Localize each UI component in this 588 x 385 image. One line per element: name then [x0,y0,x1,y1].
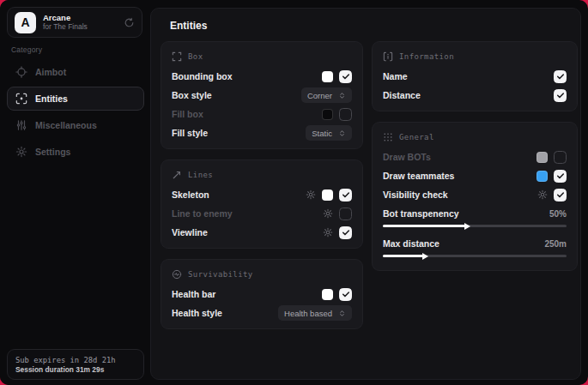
gear-icon [15,146,27,158]
card-general: General Draw BOTs Draw teammates [372,122,578,271]
color-swatch[interactable] [536,152,548,163]
card-title: Survivability [188,270,253,279]
sidebar-item-entities[interactable]: Entities [7,87,144,111]
left-column: Box Bounding box Box style Corner [161,41,363,329]
setting-label: Fill box [172,109,203,119]
slider-thumb[interactable] [422,253,428,260]
color-swatch[interactable] [322,289,333,300]
app-title: Arcane [43,14,117,23]
crosshair-icon [15,66,27,78]
sidebar-item-miscellaneous[interactable]: Miscellaneous [7,113,144,137]
sliders-icon [15,119,27,131]
sidebar-item-settings[interactable]: Settings [7,140,144,164]
setting-label: Draw teammates [383,171,454,181]
row-settings-gear-icon[interactable] [323,208,333,219]
row-draw-bots: Draw BOTs [383,147,567,166]
setting-label: Name [383,71,408,81]
color-swatch[interactable] [322,109,333,120]
color-swatch[interactable] [536,171,548,182]
app-window: A Arcane for The Finals Category Aimbot … [0,0,588,385]
select-value: Static [312,129,332,138]
grid-icon [383,132,393,142]
card-box: Box Bounding box Box style Corner [161,41,363,149]
updown-icon [338,129,346,137]
checkbox[interactable] [554,70,567,83]
row-settings-gear-icon[interactable] [306,189,316,200]
color-swatch[interactable] [322,189,333,201]
row-skeleton: Skeleton [172,185,352,204]
row-name: Name [383,67,567,86]
checkbox[interactable] [339,189,352,202]
card-box-header: Box [172,51,352,62]
main-panel: Entities Box Bounding box [150,8,581,380]
sidebar-item-label: Aimbot [35,67,66,77]
app-header-card: A Arcane for The Finals [7,7,142,38]
card-survivability-header: Survivability [172,269,352,280]
checkbox[interactable] [554,89,567,102]
check-icon [555,189,566,200]
row-max-distance: Max distance 250m [383,234,567,264]
checkbox[interactable] [339,108,352,121]
row-health-bar: Health bar [172,285,352,304]
check-icon [555,71,566,81]
checkbox[interactable] [554,151,567,164]
session-duration-text: Session duration 31m 29s [15,365,136,374]
setting-label: Box style [172,90,212,100]
slider-value: 50% [549,209,567,219]
row-distance: Distance [383,86,567,105]
select-value: Corner [307,91,332,100]
setting-label: Health bar [172,289,215,299]
check-icon [341,71,351,81]
slider-value: 250m [544,239,567,249]
card-title: Lines [188,171,213,179]
checkbox[interactable] [554,189,567,202]
sidebar-nav: Aimbot Entities Miscellaneous Settings [7,60,144,164]
sub-expiry-text: Sub expires in 28d 21h [15,356,136,364]
row-fill-style: Fill style Static [172,123,352,142]
refresh-icon[interactable] [124,17,135,28]
sidebar-item-label: Miscellaneous [35,120,97,130]
card-title: Information [399,52,454,61]
page-title: Entities [170,20,580,32]
card-title: Box [188,52,203,61]
pulse-icon [172,269,182,280]
row-line-to-enemy: Line to enemy [172,204,352,223]
check-icon [341,189,351,200]
fill-style-select[interactable]: Static [306,125,352,141]
checkbox[interactable] [339,70,352,83]
max-distance-slider[interactable] [383,255,567,257]
health-style-select[interactable]: Health based [278,305,352,321]
checkbox[interactable] [339,226,352,239]
setting-label: Skeleton [172,189,209,200]
row-visibility-check: Visibility check [383,185,567,204]
row-settings-gear-icon[interactable] [537,189,548,200]
setting-label: Visibility check [383,189,448,200]
slider-thumb[interactable] [464,223,470,230]
setting-label: Bounding box [172,71,233,81]
sidebar-item-aimbot[interactable]: Aimbot [7,60,144,84]
setting-label: Max distance [383,238,439,249]
color-swatch[interactable] [322,71,333,82]
checkbox[interactable] [339,208,352,220]
subscription-info-card: Sub expires in 28d 21h Session duration … [7,349,144,380]
card-information-header: Information [383,51,567,62]
category-label: Category [11,45,42,54]
setting-label: Bot transpenency [383,208,459,219]
card-title: General [399,133,434,141]
setting-label: Health style [172,308,222,318]
updown-icon [338,92,346,99]
row-draw-teammates: Draw teammates [383,166,567,185]
sidebar-item-label: Entities [35,93,68,104]
bot-transparency-slider[interactable] [383,225,567,227]
checkbox[interactable] [554,170,567,183]
row-bounding-box: Bounding box [172,67,352,86]
row-settings-gear-icon[interactable] [323,227,333,238]
setting-label: Distance [383,90,421,100]
checkbox[interactable] [339,288,352,301]
box-style-select[interactable]: Corner [301,87,352,103]
card-general-header: General [383,132,567,142]
row-box-style: Box style Corner [172,86,352,105]
card-lines-header: Lines [172,170,352,180]
check-icon [341,289,351,299]
row-bot-transparency: Bot transpenency 50% [383,204,567,234]
